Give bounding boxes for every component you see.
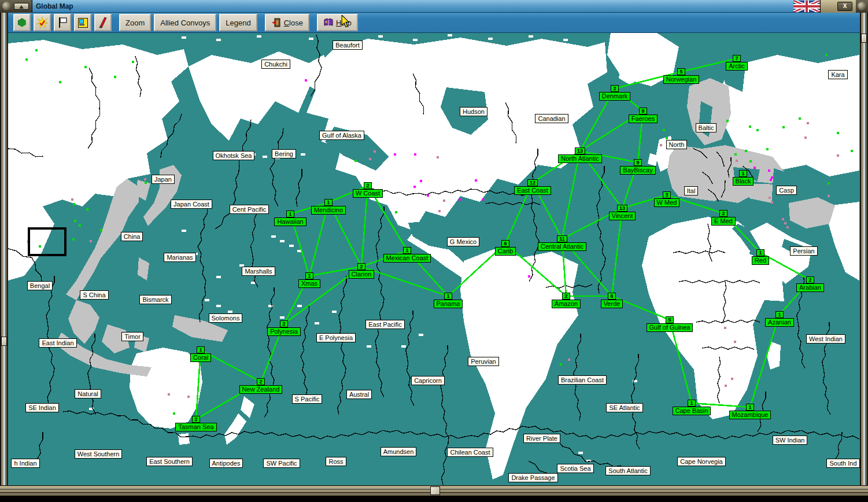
svg-text:1: 1 bbox=[690, 400, 693, 406]
svg-text:Natural: Natural bbox=[77, 390, 98, 397]
svg-text:Japan: Japan bbox=[154, 176, 172, 183]
svg-text:7: 7 bbox=[735, 56, 738, 61]
unit-dot bbox=[35, 49, 38, 51]
chart-window-button[interactable] bbox=[74, 14, 91, 31]
periscope-button[interactable] bbox=[94, 14, 112, 31]
horizontal-scrollbar-handle[interactable] bbox=[430, 486, 440, 495]
toolbar: Zoom Allied Convoys Legend Close Help bbox=[8, 13, 860, 33]
collapse-button[interactable] bbox=[14, 3, 29, 10]
svg-text:Red: Red bbox=[755, 257, 766, 264]
sea-zone-label: SE Atlantic bbox=[607, 404, 643, 412]
svg-text:Gulf of Guinea: Gulf of Guinea bbox=[649, 324, 691, 331]
unit-dot bbox=[74, 220, 76, 222]
unit-dot bbox=[71, 198, 73, 201]
unit-dot bbox=[79, 224, 81, 227]
left-frame bbox=[0, 13, 8, 502]
svg-text:Chukchi: Chukchi bbox=[264, 61, 287, 68]
svg-text:Mendicino: Mendicino bbox=[314, 206, 343, 213]
sea-zone-label: Canadian bbox=[535, 115, 568, 123]
unit-dot bbox=[825, 54, 828, 56]
sea-zone-label: Okhotsk Sea bbox=[213, 152, 254, 160]
sea-zone-label: West Indian bbox=[807, 335, 845, 344]
svg-text:Bismarck: Bismarck bbox=[142, 296, 169, 303]
zoom-button[interactable]: Zoom bbox=[119, 14, 151, 31]
svg-text:W Med: W Med bbox=[657, 199, 677, 206]
unit-dot bbox=[25, 58, 28, 61]
sea-zone-label: Gulf of Alaska bbox=[319, 131, 364, 140]
svg-text:BayBiscay: BayBiscay bbox=[623, 167, 653, 174]
svg-text:1: 1 bbox=[748, 404, 751, 410]
unit-dot bbox=[459, 198, 461, 201]
titlebar-tan-strip: X bbox=[820, 0, 856, 13]
svg-text:Amundsen: Amundsen bbox=[383, 448, 414, 455]
svg-text:River Plate: River Plate bbox=[526, 435, 557, 442]
unit-dot bbox=[173, 412, 175, 415]
global-map-window: Global Map X bbox=[0, 0, 868, 502]
unit-dot bbox=[745, 150, 747, 152]
close-button[interactable]: Close bbox=[265, 14, 309, 31]
svg-text:Polynesia: Polynesia bbox=[270, 328, 298, 335]
sea-zone-label: West Southern bbox=[75, 450, 122, 459]
svg-text:Xmas: Xmas bbox=[301, 280, 318, 287]
help-button[interactable]: Help bbox=[317, 14, 358, 31]
unit-dot bbox=[72, 238, 75, 241]
unit-dot bbox=[560, 363, 562, 366]
svg-text:Austral: Austral bbox=[349, 391, 369, 398]
unit-dot bbox=[782, 218, 784, 220]
unit-dot bbox=[769, 197, 771, 199]
svg-text:12: 12 bbox=[530, 180, 535, 186]
unit-dot bbox=[726, 120, 729, 122]
flag-button[interactable] bbox=[54, 14, 71, 31]
unit-dot bbox=[736, 160, 738, 162]
unit-dot bbox=[782, 126, 785, 128]
unit-dot bbox=[39, 245, 41, 248]
unit-dot bbox=[305, 79, 307, 82]
svg-text:China: China bbox=[124, 233, 141, 240]
unit-dot bbox=[86, 208, 88, 211]
sea-zone-label: G Mexico bbox=[447, 238, 479, 246]
sea-zone-label: Bismarck bbox=[140, 296, 171, 304]
sea-zone-label: SW Pacific bbox=[264, 459, 300, 468]
unit-dot bbox=[420, 180, 422, 182]
close-window-button[interactable]: X bbox=[837, 2, 852, 11]
vertical-scrollbar-handle-right[interactable] bbox=[861, 34, 867, 43]
svg-text:Gulf of Alaska: Gulf of Alaska bbox=[322, 132, 362, 139]
unit-dot bbox=[394, 153, 396, 156]
svg-text:North Atlantic: North Atlantic bbox=[561, 155, 599, 162]
svg-text:2: 2 bbox=[282, 321, 285, 327]
svg-text:5: 5 bbox=[679, 69, 682, 75]
unit-dot bbox=[766, 148, 769, 150]
unit-dot bbox=[828, 182, 830, 184]
sea-zone-label: Baltic bbox=[696, 124, 716, 132]
svg-text:Japan Coast: Japan Coast bbox=[173, 201, 209, 208]
svg-text:W Coast: W Coast bbox=[356, 190, 380, 197]
window-knob-icon bbox=[2, 2, 11, 10]
flash-check-button[interactable] bbox=[34, 14, 51, 31]
sea-zone-label: North bbox=[666, 141, 687, 149]
flash-check-icon bbox=[36, 17, 48, 28]
svg-text:Tasman Sea: Tasman Sea bbox=[178, 423, 214, 430]
svg-text:Mexican Coast: Mexican Coast bbox=[386, 254, 429, 261]
unit-dot bbox=[73, 203, 75, 205]
unit-dot bbox=[754, 167, 756, 169]
unit-dot bbox=[145, 182, 147, 184]
vertical-scrollbar-handle[interactable] bbox=[1, 337, 7, 346]
unit-dot bbox=[90, 240, 92, 242]
allied-convoys-button[interactable]: Allied Convoys bbox=[154, 14, 216, 31]
map-viewport[interactable]: BeaufortChukchiKaraHudsonCanadianGulf of… bbox=[8, 33, 860, 485]
unit-dot bbox=[771, 176, 773, 179]
svg-text:9: 9 bbox=[636, 160, 639, 165]
svg-text:Kara: Kara bbox=[831, 71, 845, 78]
sea-zone-label: Capricorn bbox=[412, 376, 445, 385]
svg-text:Cape Basin: Cape Basin bbox=[675, 407, 708, 414]
right-frame bbox=[860, 13, 868, 502]
svg-text:1: 1 bbox=[199, 347, 202, 353]
legend-button[interactable]: Legend bbox=[219, 14, 257, 31]
unit-dot bbox=[828, 195, 830, 197]
sea-zone-label: East Pacific bbox=[366, 320, 404, 329]
svg-text:Casp: Casp bbox=[779, 187, 794, 194]
unit-dot bbox=[443, 200, 445, 202]
unit-marker-button[interactable] bbox=[13, 14, 31, 31]
window-title: Global Map bbox=[36, 2, 73, 10]
unit-dot bbox=[666, 137, 668, 139]
